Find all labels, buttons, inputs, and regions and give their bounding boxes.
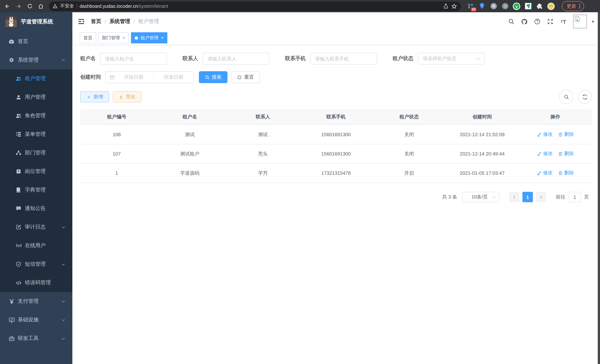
sidebar-item-0[interactable]: 首页 bbox=[0, 32, 72, 51]
github-icon[interactable] bbox=[521, 18, 528, 25]
delete-link[interactable]: 删除 bbox=[558, 131, 574, 138]
pagination-total: 共 3 条 bbox=[442, 194, 457, 200]
toggle-search-button[interactable] bbox=[559, 90, 573, 104]
extension-grid-icon[interactable]: 10 bbox=[467, 2, 474, 10]
export-button[interactable]: 导出 bbox=[113, 91, 141, 103]
reset-button[interactable]: 重置 bbox=[231, 71, 260, 83]
sidebar-item-14[interactable]: 支付管理 bbox=[0, 292, 72, 311]
add-button[interactable]: ＋ 新增 bbox=[80, 91, 109, 103]
monitor-icon bbox=[9, 317, 14, 323]
sidebar-item-1[interactable]: 系统管理 bbox=[0, 51, 72, 69]
sidebar-item-label: 基础设施 bbox=[18, 317, 38, 323]
tab-0[interactable]: 首页 bbox=[80, 32, 96, 43]
browser-toolbar: 不安全 dashboard.yudao.iocoder.cn/system/te… bbox=[0, 0, 600, 12]
sidebar-item-5[interactable]: 菜单管理 bbox=[0, 125, 72, 144]
sidebar-item-7[interactable]: 岗位管理 bbox=[0, 162, 72, 181]
browser-update-button[interactable]: 更新 bbox=[562, 1, 584, 11]
tenant-name-input[interactable] bbox=[100, 53, 167, 65]
sidebar-logo-row[interactable]: 芋道管理系统 bbox=[0, 12, 72, 31]
sidebar-item-16[interactable]: 研发工具 bbox=[0, 329, 72, 348]
extension-record-icon[interactable] bbox=[501, 2, 509, 10]
sidebar-item-15[interactable]: 基础设施 bbox=[0, 311, 72, 329]
extensions-puzzle-icon[interactable] bbox=[536, 2, 543, 10]
sidebar-item-13[interactable]: 错误码管理 bbox=[0, 273, 72, 292]
user-avatar-broken-image[interactable] bbox=[573, 14, 587, 28]
menu-tree-icon bbox=[16, 131, 21, 137]
font-size-icon[interactable]: TT bbox=[560, 18, 567, 25]
extensions-row: 10 ⌘ y 更新 bbox=[467, 1, 584, 11]
browser-reload-icon[interactable] bbox=[25, 2, 34, 10]
sidebar-item-11[interactable]: 在线用户 bbox=[0, 236, 72, 255]
sidebar-item-10[interactable]: 审计日志 bbox=[0, 218, 72, 236]
mobile-input[interactable] bbox=[310, 53, 377, 65]
breadcrumb-item-0[interactable]: 首页 bbox=[91, 18, 101, 25]
cell-name: 测试 bbox=[153, 125, 226, 144]
close-icon[interactable]: × bbox=[161, 35, 164, 40]
cell-id: 108 bbox=[80, 125, 153, 144]
close-icon[interactable]: × bbox=[122, 35, 125, 40]
user-icon bbox=[16, 94, 21, 100]
online-icon bbox=[16, 243, 21, 249]
help-icon[interactable] bbox=[534, 18, 541, 25]
badge-icon bbox=[16, 168, 21, 174]
chevron-right-icon bbox=[539, 195, 543, 199]
filter-row-2: 创建时间 开始日期 - 结束日期 搜索 重置 bbox=[80, 71, 592, 83]
breadcrumb-item-1[interactable]: 系统管理 bbox=[110, 18, 130, 25]
browser-home-icon[interactable] bbox=[36, 2, 45, 10]
sidebar-item-12[interactable]: 短信管理 bbox=[0, 255, 72, 273]
search-button[interactable]: 搜索 bbox=[199, 71, 227, 83]
tab-2[interactable]: 租户管理× bbox=[131, 32, 167, 43]
users-icon bbox=[16, 113, 21, 119]
extension-balloon-icon[interactable] bbox=[478, 2, 486, 10]
sidebar-item-6[interactable]: 部门管理 bbox=[0, 144, 72, 162]
cell-actions: 修改删除 bbox=[519, 163, 592, 183]
delete-link[interactable]: 删除 bbox=[558, 150, 574, 157]
sidebar-item-3[interactable]: 用户管理 bbox=[0, 88, 72, 106]
extension-chat-icon[interactable] bbox=[524, 2, 532, 10]
date-separator: - bbox=[153, 75, 155, 80]
page-number-button[interactable]: 1 bbox=[523, 192, 533, 202]
sidebar-item-9[interactable]: 通知公告 bbox=[0, 199, 72, 218]
toolbox-icon bbox=[9, 336, 14, 341]
browser-menu-icon[interactable] bbox=[579, 4, 580, 9]
share-icon[interactable] bbox=[443, 3, 449, 9]
cell-contact: 测试 bbox=[226, 125, 300, 144]
edit-link[interactable]: 修改 bbox=[537, 170, 553, 177]
page-size-select[interactable]: 10条/页 bbox=[462, 192, 499, 202]
browser-back-icon[interactable] bbox=[3, 2, 12, 10]
create-time-range-picker[interactable]: 开始日期 - 结束日期 bbox=[105, 71, 194, 83]
contact-input[interactable] bbox=[203, 53, 269, 65]
profile-avatar-icon[interactable] bbox=[547, 2, 555, 10]
sidebar-item-4[interactable]: 角色管理 bbox=[0, 106, 72, 125]
edit-link[interactable]: 修改 bbox=[537, 131, 553, 138]
prev-page-button[interactable] bbox=[509, 192, 519, 202]
sidebar-item-8[interactable]: 字典管理 bbox=[0, 181, 72, 199]
status-select[interactable]: 请选择租户状态 bbox=[418, 53, 485, 65]
active-dot bbox=[135, 36, 138, 39]
next-page-button[interactable] bbox=[536, 192, 546, 202]
extension-y-icon[interactable]: y bbox=[513, 2, 520, 10]
sidebar-item-label: 岗位管理 bbox=[25, 168, 46, 175]
extension-command-icon[interactable]: ⌘ bbox=[490, 2, 497, 10]
edit-link[interactable]: 修改 bbox=[537, 150, 553, 157]
sidebar-item-2[interactable]: 租户管理 bbox=[0, 69, 72, 88]
screen: 不安全 dashboard.yudao.iocoder.cn/system/te… bbox=[0, 0, 600, 364]
sidebar-item-label: 审计日志 bbox=[25, 224, 46, 230]
goto-page-input[interactable] bbox=[568, 192, 581, 202]
avatar-caret-icon[interactable]: ▼ bbox=[591, 19, 595, 24]
cell-created: 2021-12-14 21:02:09 bbox=[446, 125, 519, 144]
header-search-icon[interactable] bbox=[508, 18, 515, 25]
page-suffix-label: 页 bbox=[584, 194, 589, 200]
chevron-down-icon bbox=[61, 317, 66, 322]
tab-1[interactable]: 部门管理× bbox=[98, 32, 129, 43]
address-bar[interactable]: 不安全 dashboard.yudao.iocoder.cn/system/te… bbox=[49, 1, 461, 11]
table-row-1: 107测试租户秃头15601691300关闭2021-12-14 20:49:4… bbox=[80, 144, 592, 163]
browser-forward-icon[interactable] bbox=[14, 2, 23, 10]
security-label[interactable]: 不安全 bbox=[60, 3, 74, 9]
sidebar-collapse-icon[interactable] bbox=[77, 18, 85, 25]
bookmark-star-icon[interactable] bbox=[451, 3, 457, 9]
refresh-table-button[interactable] bbox=[578, 90, 592, 104]
delete-link[interactable]: 删除 bbox=[558, 170, 574, 177]
page-scrollbar[interactable] bbox=[598, 12, 600, 364]
fullscreen-icon[interactable] bbox=[547, 18, 554, 25]
